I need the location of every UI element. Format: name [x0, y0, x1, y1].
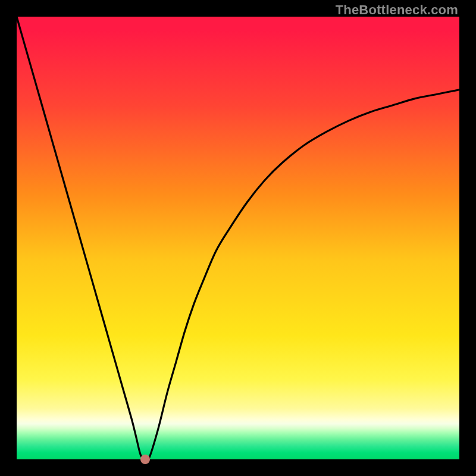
- chart-frame: TheBottleneck.com: [0, 0, 476, 476]
- plot-area: [17, 17, 459, 459]
- watermark-text: TheBottleneck.com: [336, 2, 458, 18]
- minimum-marker: [140, 455, 150, 464]
- bottleneck-curve: [17, 17, 459, 459]
